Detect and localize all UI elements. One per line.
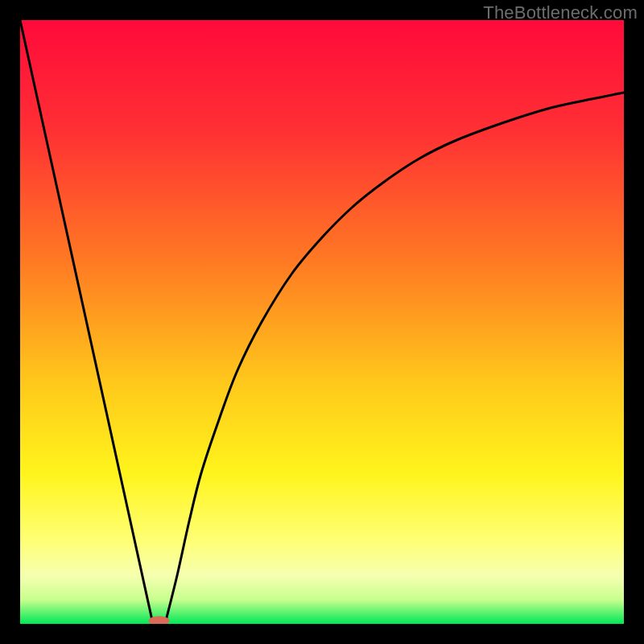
chart-svg xyxy=(20,20,624,624)
gradient-background xyxy=(20,20,624,624)
chart-frame: TheBottleneck.com xyxy=(0,0,644,644)
watermark-text: TheBottleneck.com xyxy=(483,2,638,23)
plot-area xyxy=(20,20,624,624)
